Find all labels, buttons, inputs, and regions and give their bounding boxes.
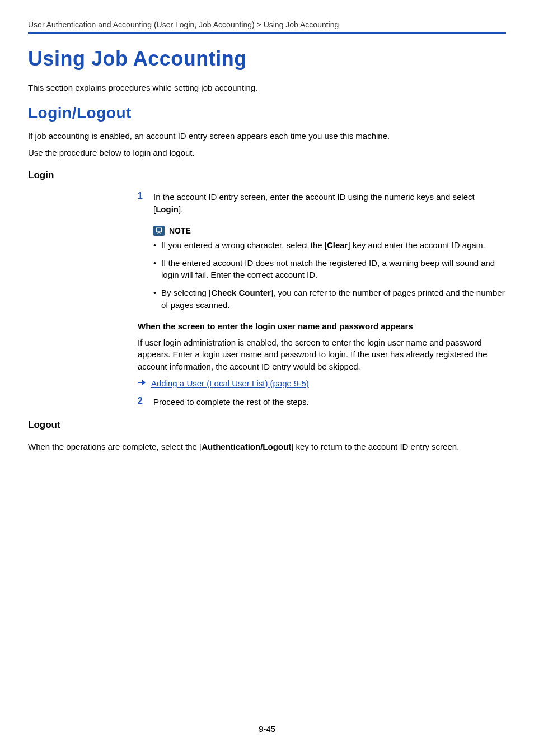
note-bullet-1-a: If you entered a wrong character, select… [161, 240, 327, 250]
logout-paragraph: When the operations are complete, select… [28, 441, 506, 453]
sub-paragraph: If user login administration is enabled,… [138, 337, 506, 373]
note-bullet-3: By selecting [Check Counter], you can re… [153, 287, 506, 311]
step-1-text-a: In the account ID entry screen, enter th… [153, 192, 475, 214]
page-number: 9-45 [0, 724, 534, 734]
step-2: 2 Proceed to complete the rest of the st… [138, 396, 506, 408]
logout-paragraph-c: ] key to return to the account ID entry … [291, 442, 459, 451]
note-icon [153, 226, 165, 236]
step-1: 1 In the account ID entry screen, enter … [138, 191, 506, 216]
step-2-text: Proceed to complete the rest of the step… [153, 396, 506, 408]
section-paragraph-2: Use the procedure below to login and log… [28, 147, 506, 159]
note-bullets: If you entered a wrong character, select… [153, 239, 506, 311]
step-1-text: In the account ID entry screen, enter th… [153, 191, 506, 216]
intro-paragraph: This section explains procedures while s… [28, 82, 506, 94]
step-number-1: 1 [138, 191, 146, 216]
note-bullet-2: If the entered account ID does not match… [153, 257, 506, 282]
step-number-2: 2 [138, 396, 146, 408]
note-bullet-1-bold: Clear [327, 240, 348, 250]
page-title: Using Job Accounting [28, 47, 506, 71]
subsection-heading-logout: Logout [28, 419, 506, 431]
note-bullet-3-bold: Check Counter [211, 288, 271, 297]
note-bullet-1: If you entered a wrong character, select… [153, 239, 506, 251]
note-bullet-1-c: ] key and enter the account ID again. [348, 240, 485, 250]
svg-marker-2 [142, 380, 146, 385]
section-heading-login-logout: Login/Logout [28, 104, 506, 122]
cross-reference-link[interactable]: Adding a User (Local User List) (page 9-… [151, 379, 309, 388]
arrow-right-icon [138, 379, 146, 388]
step-1-text-bold: Login [156, 204, 179, 214]
cross-reference-row: Adding a User (Local User List) (page 9-… [138, 379, 506, 388]
logout-paragraph-a: When the operations are complete, select… [28, 442, 202, 451]
note-label: NOTE [169, 226, 191, 235]
header-rule [28, 32, 506, 34]
svg-rect-0 [156, 228, 161, 232]
step-1-text-c: ]. [179, 204, 183, 214]
subsection-heading-login: Login [28, 170, 506, 181]
note-block: NOTE If you entered a wrong character, s… [153, 226, 506, 311]
sub-heading-login-screen: When the screen to enter the login user … [138, 321, 506, 331]
logout-paragraph-bold: Authentication/Logout [202, 442, 291, 451]
note-bullet-3-a: By selecting [ [161, 288, 211, 297]
note-header: NOTE [153, 226, 506, 236]
section-paragraph-1: If job accounting is enabled, an account… [28, 130, 506, 142]
breadcrumb: User Authentication and Accounting (User… [28, 20, 506, 29]
